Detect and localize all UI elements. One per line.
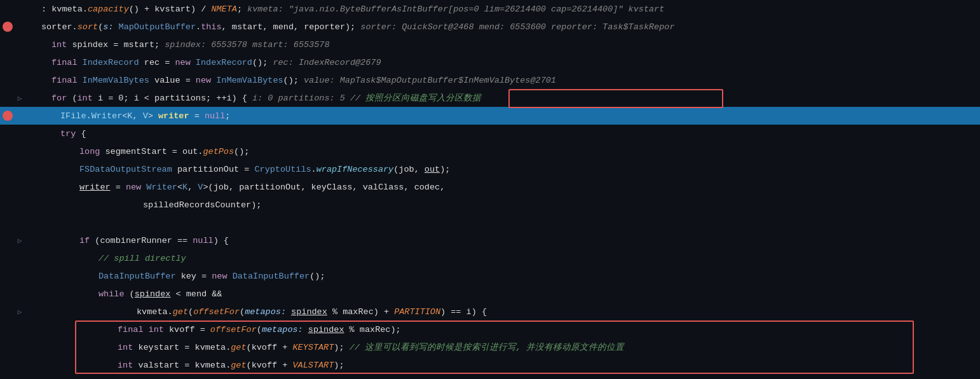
line-text-5: final InMemValBytes value = new InMemVal… (41, 76, 556, 85)
line-content-2: sorter.sort(s: MapOutputBuffer.this, mst… (35, 18, 980, 36)
code-line-5: final InMemValBytes value = new InMemVal… (0, 71, 980, 89)
code-line-21: int valstart = kvmeta.get(kvoff + VALSTA… (0, 356, 980, 374)
line-text-12: spilledRecordsCounter); (41, 200, 261, 210)
line-content-15: // spill directly (35, 249, 980, 267)
gutter-5 (0, 71, 35, 89)
code-line-2: sorter.sort(s: MapOutputBuffer.this, mst… (0, 18, 980, 36)
breakpoint-icon-7[interactable] (3, 111, 13, 121)
gutter-14: ▷ (0, 231, 35, 249)
fold-arrow-14[interactable]: ▷ (15, 236, 24, 245)
line-text-10: FSDataOutputStream partitionOut = Crypto… (41, 165, 450, 174)
code-line-17: while (spindex < mend && (0, 285, 980, 303)
gutter-1 (0, 0, 35, 18)
line-content-13 (35, 214, 980, 231)
gutter-2 (0, 18, 35, 36)
code-line-1: : kvmeta.capacity() + kvstart) / NMETA; … (0, 0, 980, 18)
line-content-10: FSDataOutputStream partitionOut = Crypto… (35, 160, 980, 178)
fold-arrow-18[interactable]: ▷ (15, 307, 24, 316)
gutter-10 (0, 160, 35, 178)
gutter-19 (0, 320, 35, 338)
code-line-14: ▷ if (combinerRunner == null) { (0, 231, 980, 249)
line-content-12: spilledRecordsCounter); (35, 196, 980, 214)
gutter-20 (0, 338, 35, 356)
code-line-12: spilledRecordsCounter); (0, 196, 980, 214)
code-line-7: IFile.Writer<K, V> writer = null; (0, 107, 980, 125)
gutter-15 (0, 249, 35, 267)
gutter-8 (0, 125, 35, 142)
code-line-19: final int kvoff = offsetFor(metapos: spi… (0, 320, 980, 338)
line-text-21: int valstart = kvmeta.get(kvoff + VALSTA… (41, 361, 344, 370)
line-content-5: final InMemValBytes value = new InMemVal… (35, 71, 980, 89)
line-content-20: int keystart = kvmeta.get(kvoff + KEYSTA… (35, 338, 980, 356)
line-content-14: if (combinerRunner == null) { (35, 231, 980, 249)
line-content-7: IFile.Writer<K, V> writer = null; (35, 107, 980, 125)
gutter-13 (0, 214, 35, 231)
code-line-16: DataInputBuffer key = new DataInputBuffe… (0, 267, 980, 285)
code-line-11: writer = new Writer<K, V>(job, partition… (0, 178, 980, 196)
code-editor: : kvmeta.capacity() + kvstart) / NMETA; … (0, 0, 980, 379)
gutter-11 (0, 178, 35, 196)
line-content-16: DataInputBuffer key = new DataInputBuffe… (35, 267, 980, 285)
line-text-2: sorter.sort(s: MapOutputBuffer.this, mst… (41, 22, 675, 32)
line-text-16: DataInputBuffer key = new DataInputBuffe… (41, 272, 325, 281)
line-content-8: try { (35, 125, 980, 142)
code-line-13 (0, 214, 980, 231)
line-content-21: int valstart = kvmeta.get(kvoff + VALSTA… (35, 356, 980, 374)
line-text-17: while (spindex < mend && (41, 289, 222, 299)
gutter-7 (0, 107, 35, 125)
gutter-9 (0, 142, 35, 160)
line-text-14: if (combinerRunner == null) { (41, 236, 229, 245)
code-line-9: long segmentStart = out.getPos(); (0, 142, 980, 160)
gutter-18: ▷ (0, 303, 35, 320)
code-line-6: ▷ for (int i = 0; i < partitions; ++i) {… (0, 89, 980, 107)
line-content-18: kvmeta.get(offsetFor(metapos: spindex % … (35, 303, 980, 320)
gutter-21 (0, 356, 35, 374)
line-text-3: int spindex = mstart; spindex: 6553578 m… (41, 40, 330, 50)
line-content-1: : kvmeta.capacity() + kvstart) / NMETA; … (35, 0, 980, 18)
gutter-4 (0, 53, 35, 71)
gutter-16 (0, 267, 35, 285)
line-text-1: : kvmeta.capacity() + kvstart) / NMETA; … (41, 4, 664, 14)
line-text-18: kvmeta.get(offsetFor(metapos: spindex % … (41, 307, 487, 317)
fold-arrow-6[interactable]: ▷ (15, 93, 24, 102)
breakpoint-icon-2[interactable] (3, 22, 13, 32)
gutter-12 (0, 196, 35, 214)
line-text-8: try { (41, 129, 86, 139)
code-line-18: ▷ kvmeta.get(offsetFor(metapos: spindex … (0, 303, 980, 320)
line-content-17: while (spindex < mend && (35, 285, 980, 303)
line-text-15: // spill directly (41, 254, 186, 263)
line-content-9: long segmentStart = out.getPos(); (35, 142, 980, 160)
code-line-8: try { (0, 125, 980, 142)
line-text-6: for (int i = 0; i < partitions; ++i) { i… (41, 92, 481, 104)
code-line-10: FSDataOutputStream partitionOut = Crypto… (0, 160, 980, 178)
line-text-7: IFile.Writer<K, V> writer = null; (41, 111, 230, 121)
gutter-17 (0, 285, 35, 303)
gutter-6: ▷ (0, 89, 35, 107)
line-text-20: int keystart = kvmeta.get(kvoff + KEYSTA… (41, 341, 624, 353)
code-line-4: final IndexRecord rec = new IndexRecord(… (0, 53, 980, 71)
code-line-3: int spindex = mstart; spindex: 6553578 m… (0, 36, 980, 53)
line-text-4: final IndexRecord rec = new IndexRecord(… (41, 58, 381, 67)
line-text-9: long segmentStart = out.getPos(); (41, 147, 249, 156)
code-line-20: int keystart = kvmeta.get(kvoff + KEYSTA… (0, 338, 980, 356)
line-text-19: final int kvoff = offsetFor(metapos: spi… (41, 325, 401, 334)
line-content-4: final IndexRecord rec = new IndexRecord(… (35, 53, 980, 71)
line-content-6: for (int i = 0; i < partitions; ++i) { i… (35, 89, 980, 107)
line-content-3: int spindex = mstart; spindex: 6553578 m… (35, 36, 980, 53)
line-content-19: final int kvoff = offsetFor(metapos: spi… (35, 320, 980, 338)
gutter-3 (0, 36, 35, 53)
line-content-11: writer = new Writer<K, V>(job, partition… (35, 178, 980, 196)
code-line-15: // spill directly (0, 249, 980, 267)
line-text-11: writer = new Writer<K, V>(job, partition… (41, 183, 445, 192)
